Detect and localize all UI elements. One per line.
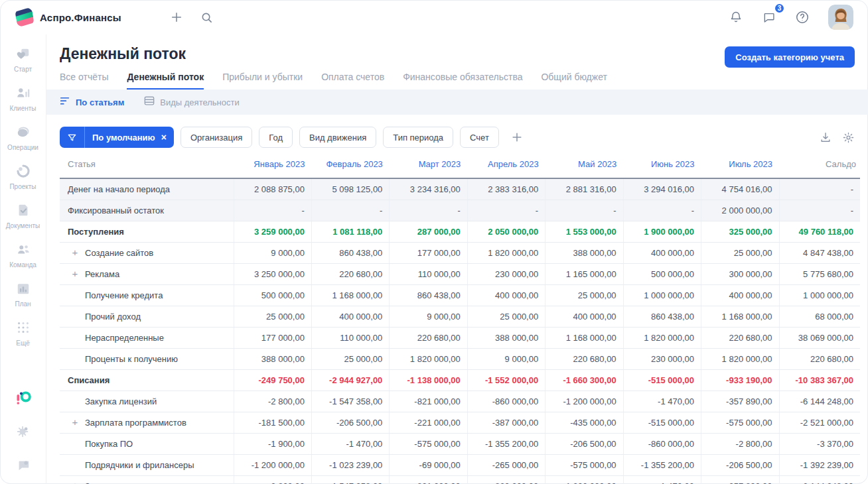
sidebar-item-plan[interactable]: План <box>6 277 40 312</box>
table-cell: 5 775 680,00 <box>779 263 860 284</box>
table-cell: 110 000,00 <box>311 327 389 348</box>
table-row: Списания-249 750,00-2 944 927,00-1 138 0… <box>60 369 860 391</box>
operations-icon <box>16 125 31 142</box>
settings-button[interactable] <box>16 424 31 442</box>
column-header-month[interactable]: Март 2023 <box>390 156 467 178</box>
global-add-button[interactable] <box>165 6 188 29</box>
messages-button[interactable]: 3 <box>758 6 780 29</box>
filter-chip[interactable]: Вид движения <box>299 127 376 148</box>
column-header-month[interactable]: Январь 2023 <box>234 156 311 178</box>
table-cell: 2 000 000,00 <box>701 200 779 221</box>
table-settings-button[interactable] <box>842 131 855 144</box>
app-window: Аспро.Финансы 3 <box>0 0 868 484</box>
column-header-month[interactable]: Июнь 2023 <box>623 156 701 178</box>
table-cell: 220 680,00 <box>390 327 467 348</box>
table-cell: -6 144 248,00 <box>779 391 860 412</box>
table-cell: -860 000,00 <box>467 475 545 484</box>
table-cell: -860 000,00 <box>467 391 545 412</box>
table-cell: -10 383 367,00 <box>779 369 860 391</box>
row-label[interactable]: +Зарплата программистов <box>60 412 234 433</box>
table-cell: -515 000,00 <box>623 369 701 391</box>
table-cell: -206 500,00 <box>701 454 779 475</box>
brand[interactable]: Аспро.Финансы <box>16 9 121 26</box>
default-filter-label: По умолчанию <box>85 133 160 143</box>
table-cell: 3 294 016,00 <box>623 178 701 200</box>
column-header-month[interactable]: Апрель 2023 <box>467 156 545 178</box>
expand-icon[interactable]: + <box>70 269 80 278</box>
create-category-button[interactable]: Создать категорию учета <box>725 46 855 68</box>
team-icon <box>16 242 31 259</box>
expand-icon[interactable]: + <box>70 418 80 427</box>
sidebar-item-operations[interactable]: Операции <box>6 121 40 155</box>
report-tab[interactable]: Общий бюджет <box>541 72 607 90</box>
help-button[interactable] <box>791 6 814 29</box>
sidebar-item-more[interactable]: Ещё <box>6 316 40 351</box>
notifications-button[interactable] <box>725 6 747 29</box>
table-cell: 1 553 000,00 <box>545 221 623 242</box>
expand-icon[interactable]: + <box>70 481 80 484</box>
report-tab[interactable]: Все отчёты <box>60 72 108 90</box>
aspro-cloud-logo-icon[interactable] <box>15 389 32 408</box>
table-cell: 1 820 000,00 <box>623 327 701 348</box>
report-tab[interactable]: Финансовые обязательства <box>403 72 522 90</box>
sidebar-item-projects[interactable]: Проекты <box>6 160 40 194</box>
export-button[interactable] <box>820 131 832 143</box>
add-filter-button[interactable] <box>507 127 527 147</box>
brand-logo-icon <box>15 7 35 27</box>
sidebar-item-clients[interactable]: Клиенты <box>6 82 40 116</box>
row-label[interactable]: Поступления <box>60 221 234 242</box>
row-label[interactable]: Денег на начало периода <box>60 178 234 200</box>
row-label[interactable]: Фиксированный остаток <box>60 200 234 221</box>
row-label[interactable]: +Зарплата программистов <box>60 475 234 484</box>
row-label[interactable]: Прочий доход <box>60 306 234 327</box>
page-title: Денежный поток <box>60 44 186 64</box>
table-row: +Зарплата программистов-181 500,00-206 5… <box>60 412 860 433</box>
expand-icon[interactable]: + <box>70 248 80 257</box>
search-button[interactable] <box>196 6 218 29</box>
subtab-activity-types[interactable]: Виды деятельности <box>144 96 239 107</box>
start-icon <box>16 46 31 64</box>
user-avatar[interactable] <box>828 5 853 30</box>
default-filter-chip[interactable]: По умолчанию × <box>60 127 174 148</box>
filter-chip[interactable]: Год <box>259 127 293 148</box>
row-label[interactable]: Покупка ПО <box>60 433 234 454</box>
table-cell: -821 000,00 <box>390 475 467 484</box>
table-cell: 177 000,00 <box>234 327 311 348</box>
row-label[interactable]: +Создание сайтов <box>60 242 234 263</box>
row-label[interactable]: Получение кредита <box>60 284 234 306</box>
sidebar-item-documents[interactable]: Документы <box>6 199 40 233</box>
sidebar-item-team[interactable]: Команда <box>6 238 40 272</box>
column-header-month[interactable]: Февраль 2023 <box>311 156 389 178</box>
report-tab[interactable]: Оплата счетов <box>321 72 384 90</box>
row-label[interactable]: Списания <box>60 369 234 391</box>
report-tab[interactable]: Прибыли и убытки <box>222 72 303 90</box>
table-row: Денег на начало периода2 088 875,005 098… <box>60 178 860 200</box>
table-cell: 1 168 000,00 <box>311 284 389 306</box>
filter-chip[interactable]: Тип периода <box>383 127 453 148</box>
sidebar-item-start[interactable]: Старт <box>6 42 40 77</box>
row-label[interactable]: Проценты к получению <box>60 348 234 369</box>
column-header-month[interactable]: Май 2023 <box>545 156 623 178</box>
sidebar-item-label: Проекты <box>9 183 36 190</box>
row-label[interactable]: Подрядчики и фрилансеры <box>60 454 234 475</box>
report-tab[interactable]: Денежный поток <box>127 72 204 90</box>
row-label[interactable]: Нераспределенные <box>60 327 234 348</box>
table-cell: -3 370,00 <box>779 433 860 454</box>
table-cell: 325 000,00 <box>701 221 779 242</box>
filter-chip[interactable]: Организация <box>181 127 252 148</box>
table-cell: 49 760 118,00 <box>779 221 860 242</box>
row-label[interactable]: Закупка лицензий <box>60 391 234 412</box>
table-cell: -1 660 300,00 <box>545 369 623 391</box>
subtab-by-items[interactable]: По статьям <box>60 97 124 107</box>
clear-filter-icon[interactable]: × <box>160 132 174 143</box>
table-cell: 400 000,00 <box>701 284 779 306</box>
support-chat-button[interactable] <box>16 457 31 475</box>
table-cell: - <box>623 200 701 221</box>
table-cell: 860 438,00 <box>311 242 389 263</box>
filter-chip[interactable]: Счет <box>460 127 499 148</box>
table-cell: -933 190,00 <box>701 369 779 391</box>
row-label[interactable]: +Реклама <box>60 263 234 284</box>
column-header-month[interactable]: Июль 2023 <box>701 156 779 178</box>
table-cell: -2 944 927,00 <box>311 369 389 391</box>
sidebar-item-label: План <box>15 300 31 308</box>
